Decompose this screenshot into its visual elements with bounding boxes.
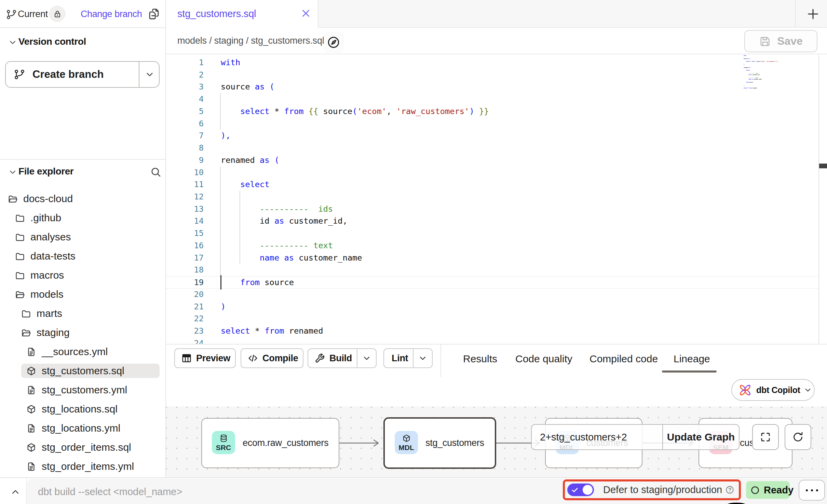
fullscreen-button[interactable] [752,424,779,450]
search-icon[interactable] [150,166,162,178]
line-number: 6 [166,118,204,130]
tree-item-stg-customers-sql[interactable]: stg_customers.sql [21,361,160,380]
node-type-badge: SRC [212,431,235,454]
lineage-canvas[interactable]: SRCecom.raw_customersMDLstg_customersMDL… [166,406,827,477]
tab-stg-customers-sql[interactable]: stg_customers.sql [166,0,318,28]
tab-code-quality[interactable]: Code quality [515,353,572,365]
tree-item-stg-locations-sql[interactable]: stg_locations.sql [0,400,160,419]
code-line-21: 21) [166,301,818,313]
compass-icon [326,35,341,50]
tab-strip: stg_customers.sql [166,0,827,28]
tree-item-label: stg_customers.sql [42,365,124,377]
create-branch-dropdown[interactable] [139,62,160,87]
tree-item-docs-cloud[interactable]: docs-cloud [0,189,160,208]
lineage-selector-input[interactable]: 2+stg_customers+2 [540,432,662,443]
build-button[interactable]: Build [308,348,377,368]
indent-guide [240,191,240,264]
line-number: 14 [166,215,204,227]
tree-item-label: models [30,289,64,300]
line-number: 13 [166,203,204,215]
chevron-down-icon[interactable] [357,353,376,363]
tree-item-label: staging [37,327,70,338]
line-number: 12 [166,191,204,203]
node-title: ecom.raw_customers [243,419,328,467]
code-line-16: 16 ---------- text [166,240,818,252]
tree-item-label: stg_locations.yml [42,422,120,434]
folder-icon [15,232,25,242]
tab-lineage[interactable]: Lineage [674,353,710,365]
tree-item--sources-yml[interactable]: __sources.yml [0,342,160,361]
tree-item-analyses[interactable]: analyses [0,227,160,247]
tree-item-label: stg_order_items.yml [42,461,134,472]
tree-item-stg-order-items-yml[interactable]: stg_order_items.yml [0,457,160,476]
code-line-5: 5 select * from {{ source('ecom', 'raw_c… [166,106,818,118]
tree-item-models[interactable]: models [0,285,160,304]
minimap[interactable]: withsource as ( select * from {{ source(… [744,55,826,157]
code-text: ) [221,301,226,313]
save-button[interactable]: Save [744,30,817,52]
refresh-button[interactable] [785,424,811,450]
tree-item-label: __sources.yml [42,346,108,358]
chevron-down-icon[interactable] [414,353,432,363]
code-line-24: 24 [166,337,818,344]
new-tab-button[interactable] [806,7,820,21]
line-number: 2 [166,69,204,81]
dbt-copilot-button[interactable]: dbt Copilot [731,379,815,401]
tab-compiled-code[interactable]: Compiled code [589,353,658,365]
code-text: renamed as ( [221,154,279,167]
defer-toggle[interactable] [567,484,594,496]
chevron-up-icon[interactable] [10,486,21,498]
close-icon[interactable] [300,8,312,19]
tree-item-stg-customers-yml[interactable]: stg_customers.yml [0,380,160,400]
sidebar: Current Change branch Version control Cr… [0,0,166,477]
code-text: from source [221,277,294,289]
lineage-node-stg-customers[interactable]: MDLstg_customers [383,417,496,469]
tree-item-data-tests[interactable]: data-tests [0,247,160,266]
tab-results[interactable]: Results [463,353,497,365]
update-graph-button[interactable]: Update Graph [663,431,739,443]
scrollbar-marker[interactable] [819,164,827,168]
help-icon[interactable] [725,485,735,495]
button-label: Preview [196,353,230,364]
indent-guide [220,93,221,130]
line-number: 5 [166,106,204,118]
divider [818,55,819,344]
navigate-button[interactable] [324,32,343,52]
line-number: 19 [166,277,204,289]
copy-branch-icon[interactable] [148,7,161,21]
file-explorer-section-header[interactable]: File explorer [0,164,165,180]
indent-guide [220,167,221,277]
tree-item-marts[interactable]: marts [0,304,160,323]
tree-item-macros[interactable]: macros [0,266,160,285]
code-text: with [221,57,240,69]
status-label: Ready [764,485,794,496]
preview-button[interactable]: Preview [174,348,236,368]
create-branch-button[interactable]: Create branch [5,61,160,88]
node-type-label: MDL [398,444,414,452]
tree-item-stg-locations-yml[interactable]: stg_locations.yml [0,419,160,438]
create-branch-main[interactable]: Create branch [6,62,139,87]
code-text: source as ( [221,81,274,93]
version-control-section-header[interactable]: Version control [0,34,165,50]
status-badge[interactable]: Ready [746,481,790,499]
code-line-10: 10 [166,167,818,179]
tree-item-staging[interactable]: staging [0,323,160,342]
code-editor[interactable]: 1with23source as (45 select * from {{ so… [166,55,827,344]
code-line-7: 7), [166,130,818,142]
tree-item-stg-order-items-sql[interactable]: stg_order_items.sql [0,438,160,457]
line-number: 3 [166,81,204,93]
folder-open-icon [15,289,25,300]
git-branch-icon [13,68,26,81]
file-icon [26,461,37,472]
more-options-button[interactable] [799,480,825,501]
tree-item--github[interactable]: .github [0,208,160,227]
save-label: Save [777,35,803,47]
code-line-1: 1with [166,57,818,69]
compile-button[interactable]: Compile [241,348,303,368]
code-text: ---------- text [221,240,333,252]
table-icon [181,352,192,364]
lint-button[interactable]: Lint [383,348,433,368]
dot [811,489,813,491]
lineage-node-ecom-raw-customers[interactable]: SRCecom.raw_customers [201,418,339,468]
change-branch-link[interactable]: Change branch [81,9,142,19]
